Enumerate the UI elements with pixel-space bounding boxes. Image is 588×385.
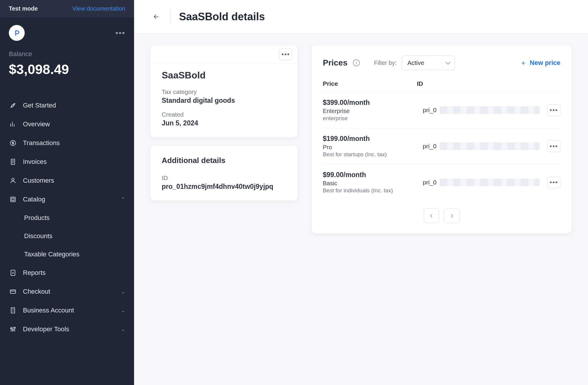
price-id-redacted	[440, 179, 539, 186]
nav-label: Get Started	[23, 102, 125, 109]
prices-title: Prices	[323, 58, 348, 68]
main: SaaSBold details ••• SaaSBold Tax catego…	[134, 0, 588, 385]
sidebar-item-get-started[interactable]: Get Started	[0, 96, 134, 115]
sidebar-item-catalog[interactable]: Catalog ⌃	[0, 190, 134, 209]
page-title: SaaSBold details	[179, 11, 265, 23]
credit-card-icon	[9, 288, 17, 296]
balance-value: $3,098.49	[9, 61, 125, 77]
content: ••• SaaSBold Tax category Standard digit…	[134, 34, 588, 245]
view-documentation-link[interactable]: View documentation	[72, 5, 125, 12]
svg-rect-3	[11, 197, 15, 202]
header-divider	[171, 10, 171, 23]
pager-next-button[interactable]	[444, 209, 460, 223]
product-id-value: pro_01hzmc9jmf4dhnv40tw0j9yjpq	[162, 183, 286, 191]
balance-block: Balance $3,098.49	[0, 44, 134, 87]
sidebar: Test mode View documentation ••• Balance…	[0, 0, 134, 385]
dollar-circle-icon	[9, 139, 17, 147]
pager-prev-button[interactable]	[424, 209, 439, 223]
price-id-prefix: pri_0	[423, 179, 437, 186]
new-price-label: New price	[530, 59, 560, 67]
chevron-right-icon	[448, 212, 455, 219]
user-icon	[9, 176, 17, 185]
price-description: Best for individuals (Inc. tax)	[323, 187, 417, 194]
chevron-up-icon: ⌃	[121, 196, 125, 203]
price-row-more-button[interactable]: •••	[547, 176, 560, 188]
building-icon	[9, 306, 17, 315]
sidebar-item-discounts[interactable]: Discounts	[0, 227, 134, 245]
price-row[interactable]: $399.00/month Enterprise enterprise pri_…	[323, 92, 560, 128]
filter-label: Filter by:	[374, 60, 397, 66]
filter-select[interactable]: Active	[402, 56, 455, 70]
chevron-down-icon: ⌄	[121, 288, 125, 295]
additional-details-card: Additional details ID pro_01hzmc9jmf4dhn…	[151, 146, 298, 201]
brand-logo[interactable]	[9, 25, 25, 41]
sidebar-item-reports[interactable]: Reports	[0, 263, 134, 282]
right-column: Prices i Filter by: Active ＋ New price P…	[312, 46, 572, 233]
left-column: ••• SaaSBold Tax category Standard digit…	[151, 46, 298, 201]
back-button[interactable]	[151, 11, 162, 23]
col-id-header: ID	[417, 80, 560, 87]
new-price-button[interactable]: ＋ New price	[520, 58, 560, 68]
sidebar-item-overview[interactable]: Overview	[0, 115, 134, 134]
product-id-label: ID	[162, 174, 286, 181]
filter-select-value: Active	[407, 59, 424, 66]
price-id-prefix: pri_0	[423, 107, 437, 114]
sidebar-item-developer-tools[interactable]: Developer Tools ⌄	[0, 320, 134, 339]
info-icon[interactable]: i	[353, 59, 360, 66]
chevron-left-icon	[428, 212, 435, 219]
price-name: Pro	[323, 144, 417, 151]
nav-label: Invoices	[23, 158, 125, 166]
arrow-left-icon	[153, 13, 160, 20]
pager	[323, 200, 560, 223]
price-id-prefix: pri_0	[423, 143, 437, 150]
product-card: ••• SaaSBold Tax category Standard digit…	[151, 46, 298, 137]
chevron-down-icon: ⌄	[121, 307, 125, 314]
product-card-top: •••	[151, 46, 298, 63]
svg-rect-7	[11, 308, 15, 313]
prices-header: Prices i Filter by: Active ＋ New price	[323, 56, 560, 70]
balance-label: Balance	[9, 50, 125, 58]
brand-more-button[interactable]: •••	[116, 28, 125, 38]
sidebar-item-products[interactable]: Products	[0, 209, 134, 227]
sidebar-item-business-account[interactable]: Business Account ⌄	[0, 301, 134, 320]
price-amount: $399.00/month	[323, 99, 417, 107]
sidebar-item-taxable-categories[interactable]: Taxable Categories	[0, 245, 134, 263]
created-label: Created	[162, 111, 286, 118]
nav-label: Business Account	[23, 307, 115, 314]
bar-chart-icon	[9, 120, 17, 128]
price-description: Best for startups (Inc. tax)	[323, 151, 417, 158]
sidebar-nav: Get Started Overview Transactions Invoic…	[0, 87, 134, 339]
sliders-icon	[9, 325, 17, 333]
page-header: SaaSBold details	[134, 0, 588, 34]
nav-label: Developer Tools	[23, 325, 115, 333]
nav-label: Overview	[23, 120, 125, 128]
nav-label: Products	[24, 214, 50, 222]
brand-row: •••	[0, 17, 134, 44]
product-name: SaaSBold	[162, 70, 286, 81]
sidebar-item-transactions[interactable]: Transactions	[0, 134, 134, 152]
price-row[interactable]: $199.00/month Pro Best for startups (Inc…	[323, 128, 560, 164]
nav-label: Checkout	[23, 288, 115, 295]
tax-category-label: Tax category	[162, 88, 286, 95]
price-table-header: Price ID	[323, 80, 560, 92]
sidebar-item-invoices[interactable]: Invoices	[0, 152, 134, 171]
additional-details-title: Additional details	[162, 156, 286, 165]
nav-label: Reports	[23, 269, 125, 277]
sidebar-topbar: Test mode View documentation	[0, 0, 134, 17]
price-table: Price ID $399.00/month Enterprise enterp…	[323, 80, 560, 223]
report-icon	[9, 269, 17, 277]
price-row-more-button[interactable]: •••	[547, 140, 560, 152]
paddle-logo-icon	[13, 29, 20, 36]
product-card-more-button[interactable]: •••	[279, 48, 292, 60]
col-price-header: Price	[323, 80, 417, 87]
nav-label: Catalog	[23, 196, 115, 203]
sidebar-item-customers[interactable]: Customers	[0, 171, 134, 190]
price-description: enterprise	[323, 115, 417, 122]
price-row[interactable]: $99.00/month Basic Best for individuals …	[323, 164, 560, 200]
prices-card: Prices i Filter by: Active ＋ New price P…	[312, 46, 572, 233]
document-icon	[9, 158, 17, 166]
nav-label: Transactions	[23, 139, 125, 147]
sidebar-item-checkout[interactable]: Checkout ⌄	[0, 282, 134, 301]
price-row-more-button[interactable]: •••	[547, 104, 560, 116]
price-amount: $199.00/month	[323, 135, 417, 143]
